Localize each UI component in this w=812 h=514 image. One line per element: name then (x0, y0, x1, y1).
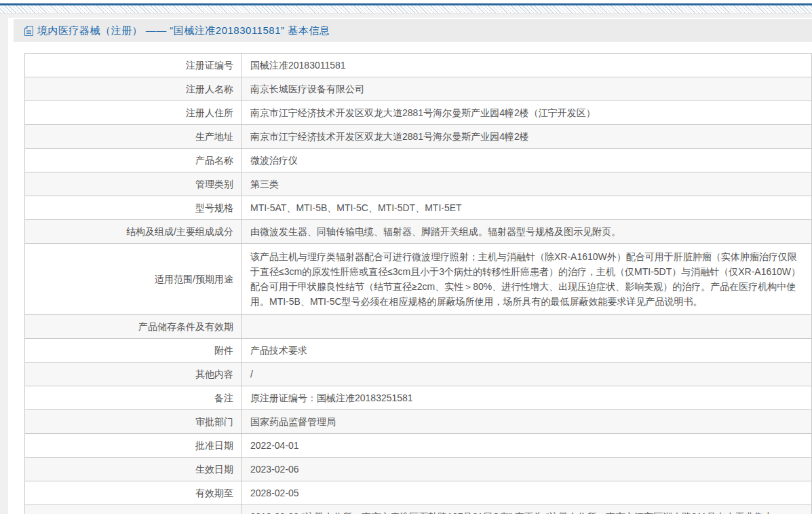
row-value: 第三类 (242, 172, 812, 196)
table-row: 生效日期 2023-02-06 (25, 458, 812, 481)
row-value: 南京市江宁经济技术开发区双龙大道2881号海尔曼斯产业园4幢2楼（江宁开发区） (242, 101, 812, 125)
row-label: 审批部门 (25, 410, 242, 434)
row-label: 生效日期 (25, 458, 242, 481)
row-label: 批准日期 (25, 434, 242, 458)
table-row: 适用范围/预期用途 该产品主机与理疗类辐射器配合可进行微波理疗照射；主机与消融针… (25, 244, 812, 315)
row-value: 该产品主机与理疗类辐射器配合可进行微波理疗照射；主机与消融针（除XR-A1610… (242, 244, 812, 315)
row-label: 注册人名称 (25, 77, 242, 101)
row-value: 2028-02-05 (242, 481, 812, 505)
table-row: 管理类别 第三类 (25, 172, 812, 196)
table-row-change-record: 2018-03-30 “注册人住所：南京市秦淮区石鼓路107号21层C座” 变更… (25, 505, 812, 514)
row-label: 产品名称 (25, 149, 242, 172)
row-value: 产品技术要求 (242, 339, 812, 363)
row-label: 注册证编号 (25, 54, 242, 77)
page-title: 境内医疗器械（注册） —— “国械注准20183011581” 基本信息 (37, 24, 330, 37)
table-row: 型号规格 MTI-5AT、MTI-5B、MTI-5C、MTI-5DT、MTI-5… (25, 196, 812, 220)
table-row: 附件 产品技术要求 (25, 339, 812, 363)
table-row: 注册证编号 国械注准20183011581 (25, 54, 812, 77)
document-icon (24, 26, 33, 36)
row-label: 备注 (25, 386, 242, 410)
row-label: 适用范围/预期用途 (25, 244, 242, 315)
row-label: 型号规格 (25, 196, 242, 220)
table-row: 有效期至 2028-02-05 (25, 481, 812, 505)
row-label: 生产地址 (25, 125, 242, 149)
row-label: 其他内容 (25, 363, 242, 386)
row-value: 原注册证编号：国械注准20183251581 (242, 386, 812, 410)
row-value: / (242, 363, 812, 386)
info-table: 注册证编号 国械注准20183011581 注册人名称 南京长城医疗设备有限公司… (24, 53, 812, 514)
row-value (242, 315, 812, 339)
row-label: 结构及组成/主要组成成分 (25, 220, 242, 244)
table-row: 其他内容 / (25, 363, 812, 386)
striped-band (0, 5, 812, 14)
row-value: 国械注准20183011581 (242, 54, 812, 77)
row-label: 注册人住所 (25, 101, 242, 125)
row-label (25, 505, 242, 514)
table-row: 生产地址 南京市江宁经济技术开发区双龙大道2881号海尔曼斯产业园4幢2楼 (25, 125, 812, 149)
row-value: 2023-02-06 (242, 458, 812, 481)
table-row: 注册人住所 南京市江宁经济技术开发区双龙大道2881号海尔曼斯产业园4幢2楼（江… (25, 101, 812, 125)
row-value: MTI-5AT、MTI-5B、MTI-5C、MTI-5DT、MTI-5ET (242, 196, 812, 220)
panel-header: 境内医疗器械（注册） —— “国械注准20183011581” 基本信息 (14, 19, 812, 42)
row-label: 管理类别 (25, 172, 242, 196)
table-row: 产品储存条件及有效期 (25, 315, 812, 339)
row-value: 国家药品监督管理局 (242, 410, 812, 434)
row-value: 南京市江宁经济技术开发区双龙大道2881号海尔曼斯产业园4幢2楼 (242, 125, 812, 149)
row-value: 2022-04-01 (242, 434, 812, 458)
table-row: 产品名称 微波治疗仪 (25, 149, 812, 172)
row-label: 附件 (25, 339, 242, 363)
table-row: 备注 原注册证编号：国械注准20183251581 (25, 386, 812, 410)
row-value: 微波治疗仪 (242, 149, 812, 172)
content-panel: 境内医疗器械（注册） —— “国械注准20183011581” 基本信息 注册证… (8, 18, 812, 514)
table-row: 审批部门 国家药品监督管理局 (25, 410, 812, 434)
row-value: 由微波发生器、同轴传输电缆、辐射器、脚踏开关组成。辐射器型号规格及图示见附页。 (242, 220, 812, 244)
table-row: 批准日期 2022-04-01 (25, 434, 812, 458)
row-label: 有效期至 (25, 481, 242, 505)
table-row: 结构及组成/主要组成成分 由微波发生器、同轴传输电缆、辐射器、脚踏开关组成。辐射… (25, 220, 812, 244)
row-label: 产品储存条件及有效期 (25, 315, 242, 339)
table-row: 注册人名称 南京长城医疗设备有限公司 (25, 77, 812, 101)
row-value: 南京长城医疗设备有限公司 (242, 77, 812, 101)
row-value: 2018-03-30 “注册人住所：南京市秦淮区石鼓路107号21层C座” 变更… (242, 505, 812, 514)
